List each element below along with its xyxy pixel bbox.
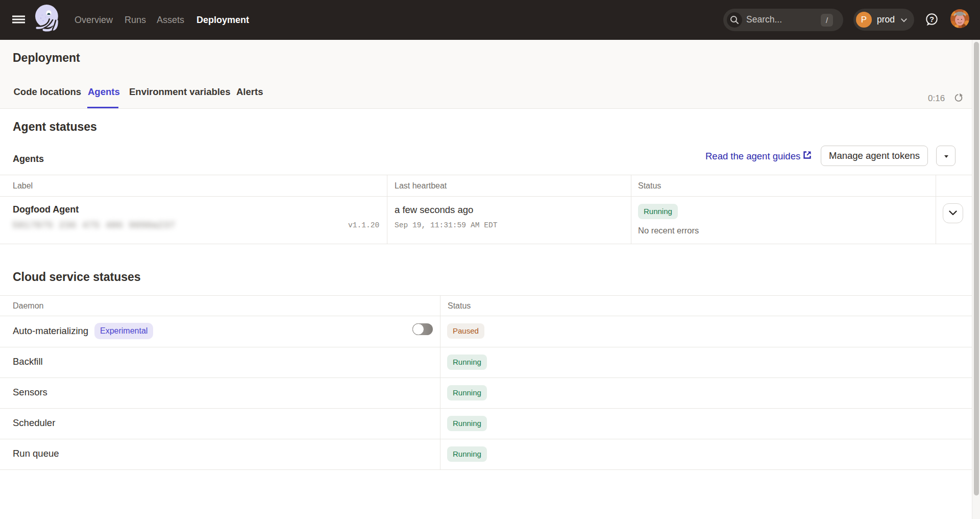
svg-text:?: ? [929, 15, 934, 23]
